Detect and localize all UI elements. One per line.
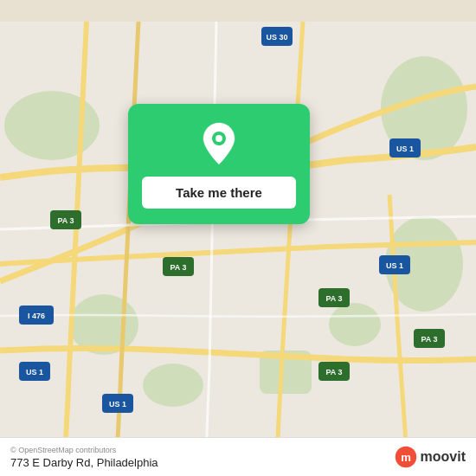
osm-attribution: © OpenStreetMap contributors: [10, 446, 158, 454]
svg-text:PA 3: PA 3: [325, 294, 342, 303]
moovit-text: moovit: [421, 449, 466, 465]
moovit-logo: m moovit: [394, 445, 466, 469]
svg-text:US 1: US 1: [109, 400, 126, 408]
svg-text:PA 3: PA 3: [57, 216, 74, 225]
address-container: © OpenStreetMap contributors 773 E Darby…: [10, 446, 158, 469]
moovit-brand-icon: m: [394, 445, 418, 469]
svg-text:PA 3: PA 3: [325, 368, 342, 376]
take-me-there-button[interactable]: Take me there: [142, 177, 296, 209]
svg-text:PA 3: PA 3: [421, 335, 437, 344]
svg-point-1: [4, 91, 100, 160]
svg-text:US 30: US 30: [266, 33, 287, 42]
address-text: 773 E Darby Rd, Philadelphia: [10, 456, 158, 469]
svg-text:m: m: [401, 451, 411, 464]
svg-text:US 1: US 1: [386, 261, 403, 270]
location-pin-icon: [197, 121, 241, 168]
svg-text:US 1: US 1: [26, 368, 43, 376]
svg-point-31: [215, 135, 222, 142]
location-icon-wrapper: [196, 121, 242, 168]
bottom-bar: © OpenStreetMap contributors 773 E Darby…: [0, 437, 476, 476]
svg-text:US 1: US 1: [396, 145, 414, 153]
svg-text:I 476: I 476: [28, 312, 45, 320]
svg-text:PA 3: PA 3: [170, 263, 186, 272]
action-card: Take me there: [128, 104, 310, 224]
svg-point-4: [329, 303, 381, 346]
map-background: US 30 PA 3 PA 3 PA 3 US 1 US 1 PA 3 I 47…: [0, 0, 476, 476]
map-container: US 30 PA 3 PA 3 PA 3 US 1 US 1 PA 3 I 47…: [0, 0, 476, 476]
svg-point-6: [143, 363, 203, 407]
